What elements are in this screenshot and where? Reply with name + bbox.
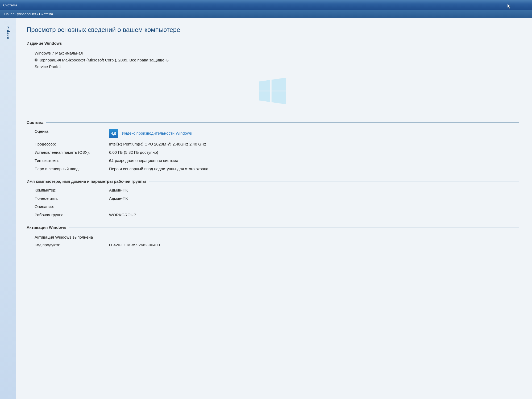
product-key-label: Код продукта: — [35, 243, 109, 247]
section-title-activation: Активация Windows — [27, 225, 66, 230]
rating-label: Оценка: — [35, 129, 109, 134]
sidebar: метры — [0, 18, 16, 399]
performance-badge: 4,9 — [109, 129, 118, 138]
description-label: Описание: — [35, 204, 109, 209]
title-bar: Система — [0, 0, 532, 10]
workgroup-value: WORKGROUP — [109, 213, 519, 217]
processor-label: Процессор: — [35, 142, 109, 146]
activation-info-block: Активация Windows выполнена Код продукта… — [35, 234, 519, 247]
title-bar-text: Система — [3, 3, 17, 7]
system-type-row: Тип системы: 64-разрядная операционная с… — [35, 158, 519, 163]
edition-info-block: Windows 7 Максимальная © Корпорация Майк… — [35, 50, 519, 70]
pen-touch-label: Перо и сенсорный ввод: — [35, 167, 109, 171]
workgroup-label: Рабочая группа: — [35, 213, 109, 217]
system-type-label: Тип системы: — [35, 158, 109, 163]
ram-label: Установленная память (ОЗУ): — [35, 150, 109, 155]
section-title-computer: Имя компьютера, имя домена и параметры р… — [27, 179, 146, 184]
sidebar-label: метры — [6, 26, 10, 39]
content-area: Просмотр основных сведений о вашем компь… — [16, 18, 532, 399]
section-header-activation: Активация Windows — [27, 225, 519, 230]
pen-touch-row: Перо и сенсорный ввод: Перо и сенсорный … — [35, 167, 519, 171]
product-key-row: Код продукта: 00426-OEM-8992662-00400 — [35, 243, 519, 247]
system-type-value: 64-разрядная операционная система — [109, 158, 519, 163]
pen-touch-value: Перо и сенсорный ввод недоступны для это… — [109, 167, 519, 171]
processor-value: Intel(R) Pentium(R) CPU 2020M @ 2.40GHz … — [109, 142, 519, 146]
processor-row: Процессор: Intel(R) Pentium(R) CPU 2020M… — [35, 142, 519, 146]
svg-marker-0 — [508, 4, 510, 9]
activation-section: Активация Windows Активация Windows выпо… — [27, 225, 519, 247]
copyright-text: © Корпорация Майкрософт (Microsoft Corp.… — [35, 57, 519, 64]
computer-name-row: Компьютер: Админ-ПК — [35, 188, 519, 192]
section-title-edition: Издание Windows — [27, 41, 62, 45]
section-header-computer: Имя компьютера, имя домена и параметры р… — [27, 179, 519, 184]
breadcrumb: Панель управления › Система — [0, 10, 532, 18]
activation-status: Активация Windows выполнена — [35, 234, 519, 241]
edition-name: Windows 7 Максимальная — [35, 50, 519, 57]
ram-row: Установленная память (ОЗУ): 6,00 ГБ (5,8… — [35, 150, 519, 155]
section-divider-system — [46, 122, 519, 123]
page-title: Просмотр основных сведений о вашем компь… — [27, 26, 519, 34]
windows-logo-icon — [259, 78, 286, 104]
computer-info-block: Компьютер: Админ-ПК Полное имя: Админ-ПК… — [35, 188, 519, 217]
workgroup-row: Рабочая группа: WORKGROUP — [35, 213, 519, 217]
service-pack-text: Service Pack 1 — [35, 63, 519, 70]
performance-index-link[interactable]: Индекс производительности Windows — [122, 131, 192, 135]
rating-row: Оценка: 4,9 Индекс производительности Wi… — [35, 129, 519, 138]
full-name-value: Админ-ПК — [109, 196, 519, 201]
full-name-label: Полное имя: — [35, 196, 109, 201]
rating-value: 4,9 Индекс производительности Windows — [109, 129, 519, 138]
section-divider-computer — [149, 181, 519, 181]
description-row: Описание: — [35, 204, 519, 209]
section-divider — [65, 43, 519, 43]
computer-info-section: Имя компьютера, имя домена и параметры р… — [27, 179, 519, 217]
section-header-system: Система — [27, 120, 519, 125]
full-name-row: Полное имя: Админ-ПК — [35, 196, 519, 201]
system-info-block: Оценка: 4,9 Индекс производительности Wi… — [35, 129, 519, 171]
product-key-value: 00426-OEM-8992662-00400 — [109, 243, 519, 247]
ram-value: 6,00 ГБ (5,82 ГБ доступно) — [109, 150, 519, 155]
computer-name-label: Компьютер: — [35, 188, 109, 192]
logo-area — [27, 72, 519, 112]
system-section: Система Оценка: 4,9 Индекс производитель… — [27, 120, 519, 171]
section-title-system: Система — [27, 120, 43, 125]
mouse-cursor — [508, 4, 511, 9]
main-container: метры Просмотр основных сведений о вашем… — [0, 18, 532, 399]
section-divider-activation — [69, 227, 519, 227]
computer-name-value: Админ-ПК — [109, 188, 519, 192]
windows-edition-section: Издание Windows Windows 7 Максимальная ©… — [27, 41, 519, 112]
section-header-edition: Издание Windows — [27, 41, 519, 45]
